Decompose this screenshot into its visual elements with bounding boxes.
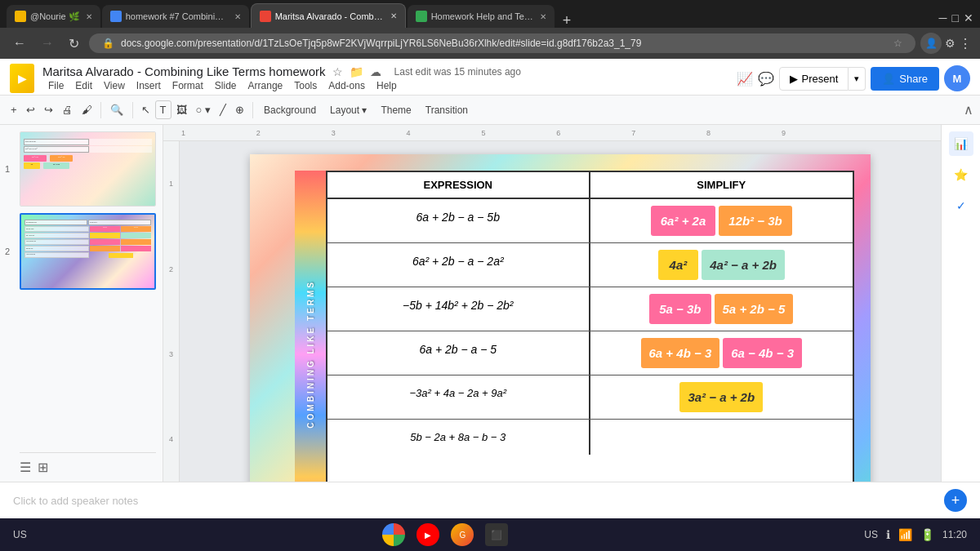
tab-3-label: Maritsa Alvarado - Combining Li [275, 11, 385, 21]
taskbar-app-icon[interactable]: G [451, 523, 474, 546]
toolbar-zoom[interactable]: 🔍 [105, 101, 128, 118]
slide-thumb-1[interactable]: 1 6a+2b-a-5b 6a²+2b-a-2a² 6a²+2a [20, 131, 156, 207]
app-header: ▶ Maritsa Alvarado - Combining Like Term… [0, 59, 980, 96]
taskbar-youtube-icon[interactable]: ▶ [416, 523, 439, 546]
tab-2[interactable]: homework #7 Combining like ter ✕ [102, 5, 249, 28]
header-simplify: SIMPLIFY [590, 172, 853, 198]
slide-view-toggle[interactable]: ☰ [20, 460, 31, 475]
toolbar-connector[interactable]: ⊕ [231, 101, 248, 118]
tab-4-close[interactable]: ✕ [540, 12, 546, 21]
expr-5: −3a² + 4a − 2a + 9a² [327, 375, 590, 419]
toolbar-paint[interactable]: 🖌 [78, 101, 96, 118]
tab-2-label: homework #7 Combining like ter [126, 11, 229, 21]
menu-slide[interactable]: Slide [209, 79, 243, 92]
menu-edit[interactable]: Edit [69, 79, 98, 92]
menu-view[interactable]: View [98, 79, 131, 92]
tab-3[interactable]: Maritsa Alvarado - Combining Li ✕ [251, 3, 406, 28]
theme-button[interactable]: Theme [374, 102, 417, 118]
menu-file[interactable]: File [42, 79, 69, 92]
battery-icon: 🔋 [920, 528, 934, 541]
right-panel-icon-3[interactable]: ✓ [949, 193, 973, 218]
menu-help[interactable]: Help [371, 79, 403, 92]
grid-view-toggle[interactable]: ⊞ [38, 460, 48, 475]
background-button[interactable]: Background [257, 102, 323, 118]
right-panel-icon-2[interactable]: ⭐ [949, 162, 973, 187]
toolbar-image[interactable]: 🖼 [172, 101, 191, 118]
ruler-mark-5: 5 [481, 129, 485, 137]
answer-6 [590, 420, 853, 455]
toolbar-cursor[interactable]: ↖ [137, 101, 154, 118]
menu-arrange[interactable]: Arrange [243, 79, 289, 92]
toolbar-collapse-btn[interactable]: ∧ [964, 102, 973, 118]
menu-addons[interactable]: Add-ons [323, 79, 371, 92]
toolbar-shapes[interactable]: ○ ▾ [192, 101, 215, 118]
forward-button[interactable]: → [36, 34, 59, 52]
table-row-5: −3a² + 4a − 2a + 9a² 3a² − a + 2b [327, 375, 853, 420]
taskbar-locale: US [13, 529, 27, 540]
back-button[interactable]: ← [8, 34, 31, 52]
toolbar-text-box[interactable]: T [155, 100, 172, 119]
taskbar-right: US ℹ 📶 🔋 11:20 [864, 528, 967, 541]
present-label: Present [801, 73, 838, 85]
ruler-mark-1: 1 [181, 129, 185, 137]
menu-format[interactable]: Format [167, 79, 209, 92]
move-icon[interactable]: 📁 [350, 65, 363, 78]
toolbar-line[interactable]: ╱ [216, 101, 230, 118]
star-title-icon[interactable]: ☆ [332, 65, 343, 78]
extensions-icon[interactable]: ⚙ [945, 37, 956, 50]
tab-3-close[interactable]: ✕ [390, 11, 397, 20]
transition-button[interactable]: Transition [419, 102, 474, 118]
menu-tools[interactable]: Tools [288, 79, 323, 92]
add-button[interactable]: + [944, 489, 967, 512]
right-panel: 📊 ⭐ ✓ [941, 125, 980, 482]
worksheet-table: EXPRESSION SIMPLIFY 6a + 2b − a − 5b 6a²… [326, 171, 854, 482]
taskbar-other-icon[interactable]: ⬛ [485, 523, 508, 546]
tab-1[interactable]: @Nourie 🌿 ✕ [7, 5, 100, 28]
tab-4-label: Homework Help and Textbook S [431, 11, 534, 21]
comments-button[interactable]: 💬 [758, 71, 774, 87]
profile-icon[interactable]: 👤 [920, 33, 942, 54]
minimize-icon[interactable]: ─ [939, 11, 947, 24]
menu-dots-icon[interactable]: ⋮ [959, 36, 972, 51]
menu-insert[interactable]: Insert [131, 79, 167, 92]
tab-2-close[interactable]: ✕ [234, 12, 241, 21]
background-label: Background [264, 104, 316, 116]
ruler-mark-7: 7 [631, 129, 635, 137]
right-panel-icon-1[interactable]: 📊 [949, 131, 973, 156]
new-tab-button[interactable]: + [556, 13, 578, 28]
table-row-3: −5b + 14b² + 2b − 2b² 5a − 3b 5a + 2b − … [327, 287, 853, 331]
toolbar-undo2[interactable]: ↪ [40, 101, 57, 118]
toolbar-redo-arrow[interactable]: ↩ [22, 101, 39, 118]
refresh-button[interactable]: ↻ [64, 34, 84, 53]
taskbar-chrome-icon[interactable] [382, 523, 405, 546]
toolbar-undo[interactable]: + [7, 101, 21, 118]
star-icon[interactable]: ☆ [893, 38, 902, 49]
taskbar-left: US [13, 529, 27, 540]
present-button[interactable]: ▶ Present [779, 67, 849, 91]
share-button[interactable]: 👤 Share [871, 67, 939, 91]
ruler-mark-6: 6 [556, 129, 560, 137]
slide-canvas[interactable]: COMBINING LIKE TERMS EXPRESSION SIMPLIFY [250, 154, 871, 482]
layout-label: Layout [330, 104, 359, 116]
close-window-icon[interactable]: ✕ [964, 11, 973, 24]
present-dropdown[interactable]: ▾ [849, 67, 866, 91]
tab-1-close[interactable]: ✕ [86, 12, 92, 21]
ans-1a: 6a² + 2a [651, 206, 715, 236]
speaker-notes-placeholder[interactable]: Click to add speaker notes [13, 495, 138, 507]
slide-thumb-2[interactable]: 2 EXPRESSION SIMPLIFY 6a+2b-a-5b 6a²+2a … [20, 213, 156, 290]
app-title-row: Maritsa Alvarado - Combining Like Terms … [42, 64, 728, 78]
table-row-6: 5b − 2a + 8a − b − 3 [327, 420, 853, 455]
maximize-icon[interactable]: □ [952, 11, 959, 24]
transition-label: Transition [425, 104, 468, 116]
ruler-mark-8: 8 [706, 129, 710, 137]
canvas-area: 1 2 3 4 5 6 7 8 9 12345 [163, 125, 941, 482]
toolbar-print[interactable]: 🖨 [58, 101, 77, 118]
address-bar[interactable]: 🔒 docs.google.com/presentation/d/1TzLsOe… [89, 33, 915, 53]
layout-button[interactable]: Layout ▾ [323, 102, 373, 118]
toolbar-sep-3 [252, 102, 253, 118]
tab-4[interactable]: Homework Help and Textbook S ✕ [408, 5, 555, 28]
nav-bar: ← → ↻ 🔒 docs.google.com/presentation/d/1… [0, 28, 980, 59]
answer-5: 3a² − a + 2b [590, 375, 853, 419]
activity-button[interactable]: 📈 [737, 71, 753, 87]
avatar[interactable]: M [944, 65, 970, 91]
